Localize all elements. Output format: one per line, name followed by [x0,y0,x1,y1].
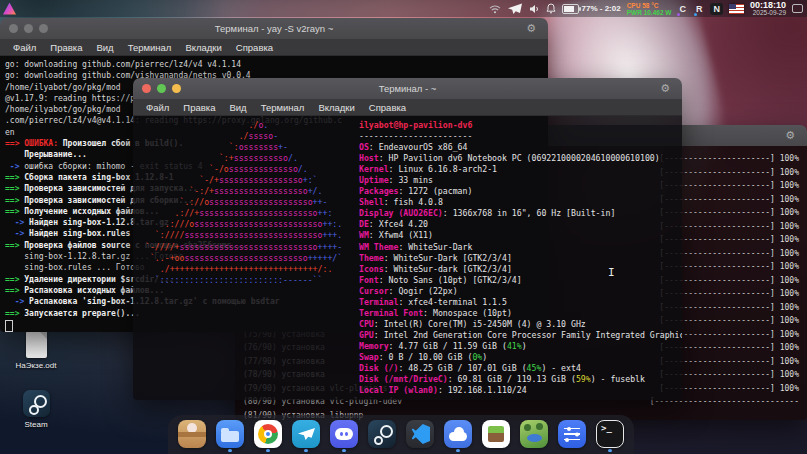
running-indicator-empty [532,449,536,452]
menu-item-справка[interactable]: Справка [362,102,413,113]
dock-item-vscode[interactable] [406,420,434,452]
notification-bell-icon[interactable] [546,3,556,14]
maximize-button[interactable] [172,84,181,93]
desktop-steam-shortcut[interactable]: Steam [8,390,64,429]
running-indicator-empty [418,449,422,452]
menu-item-вид[interactable]: Вид [222,102,253,113]
battery-indicator[interactable]: 77% - 2:02 [562,4,621,14]
gear-icon[interactable]: ⚙ [526,21,536,35]
fastfetch-info-line: Host: HP Pavilion dv6 Notebook PC (06922… [359,153,682,164]
close-button[interactable] [9,24,18,33]
box-character-icon [178,420,206,448]
menu-item-терминал[interactable]: Терминал [121,42,179,53]
tray-app-c[interactable]: C [677,4,688,14]
minecraft-icon [482,420,510,448]
menu-item-вкладки[interactable]: Вкладки [178,42,228,53]
fastfetch-info-line: Shell: fish 4.0.8 [359,197,682,208]
window-buttons[interactable] [142,84,181,93]
cpu-temp-stat: CPU 58 °C [627,2,672,9]
close-button[interactable] [142,84,151,93]
chrome-icon [254,420,282,448]
dock-item-cloud[interactable] [444,420,472,452]
menu-item-правка[interactable]: Правка [43,42,89,53]
fastfetch-separator: ----------------------- [359,131,682,142]
telegram-plane-icon[interactable] [507,3,523,15]
fastfetch-info-line: OS: EndeavourOS x86_64 [359,142,682,153]
fastfetch-info-line: Display (AUO26EC): 1366x768 in 16", 60 H… [359,208,682,219]
gear-icon[interactable]: ⚙ [660,81,670,95]
fastfetch-terminal-output[interactable]: ./o. ./sssso- `:osssssss+- `:+ssssssssss… [133,116,682,400]
terminal-icon [596,420,624,448]
yay-titlebar[interactable]: Терминал - yay -S v2rayn ~ ⚙ [0,18,548,39]
dock-item-discord[interactable] [330,420,358,452]
endeavouros-ascii-logo: ./o. ./sssso- `:osssssss+- `:+ssssssssss… [145,120,351,400]
vscode-icon [406,420,434,448]
menu-item-файл[interactable]: Файл [6,42,43,53]
gear-icon[interactable]: ⚙ [785,128,795,142]
running-indicator-empty [494,449,498,452]
menu-item-файл[interactable]: Файл [139,102,176,113]
fastfetch-info-line: DE: Xfce4 4.20 [359,219,682,230]
running-indicator [608,449,612,452]
tray-app-r[interactable]: R [694,4,705,14]
maximize-button[interactable] [39,24,48,33]
fastfetch-info-line: Cursor: Qogir (22px) [359,286,682,297]
terrain-icon [520,420,548,448]
terminal-line: go: downloading github.com/pierrec/lz4/v… [5,59,543,70]
clock-date: 2025-09-29 [753,9,786,17]
terminal-cursor [5,320,13,332]
fastfetch-info-line: Uptime: 33 mins [359,175,682,186]
minimize-button[interactable] [24,24,33,33]
fastfetch-info-line: Theme: WhiteSur-Dark [GTK2/3/4] [359,253,682,264]
fastfetch-info-line: CPU: Intel(R) Core(TM) i5-2450M (4) @ 3.… [359,319,682,330]
menu-item-правка[interactable]: Правка [176,102,222,113]
dock-item-settings[interactable] [558,420,586,452]
tray-app-n[interactable]: N [710,3,723,15]
menu-item-вид[interactable]: Вид [89,42,120,53]
menu-item-справка[interactable]: Справка [229,42,280,53]
ascii-logo-line: `.://osssssssssssssssssssso++- [145,197,351,208]
desktop-file-label: НаЭкзе.odt [16,361,57,370]
system-stats[interactable]: CPU 58 °C PWR 10.462 W [627,2,672,16]
fastfetch-titlebar[interactable]: Терминал - ~ ⚙ [133,78,682,99]
discord-icon [330,420,358,448]
dock-item-file-manager[interactable] [216,420,244,452]
desktop-file-odt[interactable]: НаЭкзе.odt [8,331,64,370]
fastfetch-info-line: Packages: 1272 (pacman) [359,186,682,197]
running-indicator [266,449,270,452]
steam-icon [368,420,396,448]
us-flag-keyboard-layout[interactable] [729,4,744,14]
ascii-logo-line: .:///ossssssssssssssssssssssssso++:. [145,219,351,230]
fastfetch-info-line: Local IP (wlan0): 192.168.1.110/24 [359,385,682,396]
file-manager-icon [216,420,244,448]
ascii-logo-line: `:osssssss+- [145,142,351,153]
menu-item-вкладки[interactable]: Вкладки [311,102,361,113]
ascii-logo-line: `..-+oosssssssssssssssssssssssso+++++/` [145,253,351,264]
wifi-icon[interactable] [489,4,501,14]
dock-item-telegram[interactable] [292,420,320,452]
dock-item-terrain[interactable] [520,420,548,452]
ascii-logo-line: ./++++++++++++++++++++++++++++++/:. [145,264,351,275]
window-terminal-fastfetch[interactable]: Терминал - ~ ⚙ ФайлПравкаВидТерминалВкла… [133,78,682,400]
fastfetch-info-line: Disk (/mnt/DriveC): 69.81 GiB / 119.13 G… [359,374,682,385]
window-buttons[interactable] [9,24,48,33]
dock-item-chrome[interactable] [254,420,282,452]
dock-item-terminal[interactable] [596,420,624,452]
clock-widget[interactable]: 00:18:10 2025-09-29 [750,1,786,17]
fastfetch-info-line: Terminal: xfce4-terminal 1.1.5 [359,297,682,308]
dock-item-box-character[interactable] [178,420,206,452]
minimize-button[interactable] [157,84,166,93]
fastfetch-user-host: ilyabot@hp-pavilion-dv6 [359,120,472,130]
settings-icon [558,420,586,448]
ascii-logo-line: `:+sssssssssso/. [145,153,351,164]
show-desktop-button[interactable] [792,4,803,13]
document-icon [26,331,47,358]
ascii-logo-line: `-/+sssssssssssssssso+:` [145,175,351,186]
menu-item-терминал[interactable]: Терминал [254,102,312,113]
running-indicator [304,449,308,452]
volume-icon[interactable] [529,4,540,14]
ascii-logo-line: `:::::::::::::::::::::::::------`` [145,275,351,286]
dock-item-steam[interactable] [368,420,396,452]
dock-item-minecraft[interactable] [482,420,510,452]
endeavouros-menu-icon[interactable] [3,3,16,15]
